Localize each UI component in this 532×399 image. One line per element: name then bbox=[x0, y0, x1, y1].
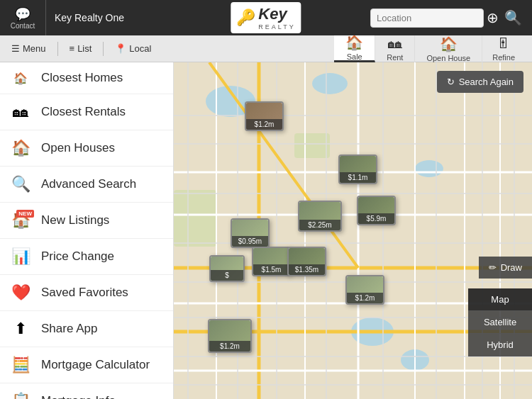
gps-button[interactable]: ⊕ bbox=[484, 6, 501, 29]
local-label: Local bbox=[129, 43, 151, 54]
prop-pin-3[interactable]: $2.25m bbox=[298, 201, 342, 232]
sidebar-item-open-houses[interactable]: 🏠 Open Houses bbox=[0, 130, 173, 167]
advanced-search-icon: 🔍 bbox=[10, 175, 31, 193]
sale-icon: 🏠 bbox=[345, 34, 363, 51]
price-tag-1: $1.2m bbox=[246, 119, 282, 130]
search-button[interactable]: 🔍 bbox=[501, 6, 525, 29]
contact-section[interactable]: 💬 Contact bbox=[0, 0, 46, 35]
open-houses-icon: 🏠 bbox=[10, 139, 31, 157]
contact-icon: 💬 bbox=[15, 6, 31, 22]
divider-2 bbox=[103, 42, 104, 56]
sidebar-item-mortgage-info[interactable]: 📋 Mortgage Info bbox=[0, 383, 173, 399]
price-tag-7: $ bbox=[211, 270, 243, 281]
prop-pin-4[interactable]: $5.9m bbox=[357, 196, 396, 225]
advanced-search-label: Advanced Search bbox=[41, 177, 136, 191]
prop-pin-6[interactable]: $1.5m bbox=[252, 247, 291, 276]
prop-type-tabs: 🏠 Sale 🏘 Rent 🏠 Open House 🎚 Refine bbox=[334, 35, 525, 62]
mortgage-info-icon: 📋 bbox=[10, 392, 31, 399]
new-listings-icon: 🏠 NEW bbox=[10, 211, 31, 230]
sale-label: Sale bbox=[347, 52, 362, 61]
open-houses-label: Open Houses bbox=[41, 141, 115, 155]
tab-sale[interactable]: 🏠 Sale bbox=[334, 35, 375, 62]
sidebar-item-closest-rentals[interactable]: 🏘 Closest Rentals bbox=[0, 94, 173, 130]
rent-label: Rent bbox=[387, 53, 403, 62]
contact-label: Contact bbox=[11, 22, 35, 30]
key-icon: 🔑 bbox=[236, 9, 255, 27]
map-type-hybrid-button[interactable]: Hybrid bbox=[468, 334, 532, 356]
price-tag-5: $0.95m bbox=[232, 236, 268, 247]
closest-rentals-icon: 🏘 bbox=[10, 103, 31, 121]
draw-button[interactable]: ✏ Draw bbox=[479, 257, 532, 279]
map-type-satellite-button[interactable]: Satellite bbox=[468, 311, 532, 334]
hybrid-label: Hybrid bbox=[487, 339, 514, 350]
map-type-map-button[interactable]: Map bbox=[468, 288, 532, 311]
price-tag-4: $5.9m bbox=[358, 213, 394, 224]
prop-pin-7[interactable]: $ bbox=[209, 255, 245, 282]
menu-icon: ☰ bbox=[11, 43, 20, 54]
sidebar-item-saved-favorites[interactable]: ❤️ Saved Favorites bbox=[0, 275, 173, 311]
price-tag-10: $1.2m bbox=[209, 341, 250, 352]
prop-pin-8[interactable]: $1.35m bbox=[287, 247, 326, 276]
saved-favorites-label: Saved Favorites bbox=[41, 286, 128, 300]
logo-text: Key bbox=[258, 5, 287, 23]
mortgage-calc-icon: 🧮 bbox=[10, 356, 31, 374]
sidebar-item-new-listings[interactable]: 🏠 NEW New Listings bbox=[0, 203, 173, 239]
menu-nav[interactable]: ☰ Menu bbox=[7, 40, 50, 57]
closest-rentals-label: Closest Rentals bbox=[41, 105, 126, 119]
logo-box: 🔑 Key REALTY bbox=[231, 2, 301, 33]
list-nav[interactable]: ≡ List bbox=[65, 40, 96, 57]
map-type-controls: Map Satellite Hybrid bbox=[468, 288, 532, 356]
sidebar-item-price-change[interactable]: 📊 Price Change bbox=[0, 239, 173, 275]
saved-favorites-icon: ❤️ bbox=[10, 283, 31, 302]
logo-subtext: REALTY bbox=[258, 23, 295, 30]
new-badge: NEW bbox=[16, 210, 34, 218]
list-label: List bbox=[77, 43, 92, 54]
open-house-label: Open House bbox=[426, 54, 470, 62]
tab-open-house[interactable]: 🏠 Open House bbox=[415, 35, 482, 62]
svg-point-2 bbox=[415, 160, 443, 177]
price-tag-2: $1.1m bbox=[340, 172, 376, 183]
app-logo: 🔑 Key REALTY bbox=[231, 2, 301, 33]
mortgage-calculator-label: Mortgage Calculator bbox=[41, 358, 150, 372]
map-label: Map bbox=[491, 294, 509, 305]
price-tag-8: $1.35m bbox=[289, 264, 325, 275]
prop-pin-1[interactable]: $1.2m bbox=[245, 101, 284, 131]
pencil-icon: ✏ bbox=[489, 262, 497, 273]
prop-pin-10[interactable]: $1.2m bbox=[208, 319, 252, 353]
refine-label: Refine bbox=[492, 53, 515, 62]
map-area[interactable]: 23 $1.2m $1.1m $2.25m $5.9m $0.95m $ bbox=[174, 62, 532, 399]
price-tag-3: $2.25m bbox=[299, 220, 340, 230]
sidebar-item-mortgage-calculator[interactable]: 🧮 Mortgage Calculator bbox=[0, 347, 173, 383]
header-search: ⊕ 🔍 bbox=[370, 6, 525, 29]
satellite-label: Satellite bbox=[484, 317, 516, 327]
search-input[interactable] bbox=[377, 13, 477, 23]
price-change-label: Price Change bbox=[41, 249, 114, 264]
local-nav[interactable]: 📍 Local bbox=[111, 40, 155, 57]
tab-refine[interactable]: 🎚 Refine bbox=[482, 35, 525, 62]
closest-homes-icon: 🏠 bbox=[10, 72, 31, 85]
price-tag-6: $1.5m bbox=[253, 264, 289, 275]
list-icon: ≡ bbox=[70, 43, 75, 54]
mortgage-info-label: Mortgage Info bbox=[41, 394, 116, 399]
price-tag-9: $1.2m bbox=[347, 293, 383, 303]
prop-pin-2[interactable]: $1.1m bbox=[338, 154, 377, 184]
svg-rect-5 bbox=[174, 190, 216, 247]
svg-point-1 bbox=[312, 73, 348, 94]
share-app-label: Share App bbox=[41, 322, 97, 336]
new-listings-label: New Listings bbox=[41, 213, 109, 227]
sidebar-item-closest-homes[interactable]: 🏠 Closest Homes bbox=[0, 62, 173, 94]
draw-label: Draw bbox=[501, 262, 522, 273]
search-bar[interactable] bbox=[370, 9, 484, 28]
sidebar-item-advanced-search[interactable]: 🔍 Advanced Search bbox=[0, 167, 173, 203]
sidebar-item-share-app[interactable]: ⬆ Share App bbox=[0, 311, 173, 347]
tab-rent[interactable]: 🏘 Rent bbox=[375, 35, 415, 62]
location-icon: 📍 bbox=[115, 43, 126, 54]
sidebar: 🏠 Closest Homes 🏘 Closest Rentals 🏠 Open… bbox=[0, 62, 174, 399]
prop-pin-5[interactable]: $0.95m bbox=[231, 218, 270, 248]
prop-pin-9[interactable]: $1.2m bbox=[345, 275, 384, 305]
refine-icon: 🎚 bbox=[497, 35, 511, 52]
search-again-button[interactable]: ↻ Search Again bbox=[437, 71, 523, 93]
closest-homes-label: Closest Homes bbox=[41, 71, 123, 85]
search-again-label: Search Again bbox=[459, 77, 514, 87]
svg-rect-6 bbox=[294, 133, 330, 158]
